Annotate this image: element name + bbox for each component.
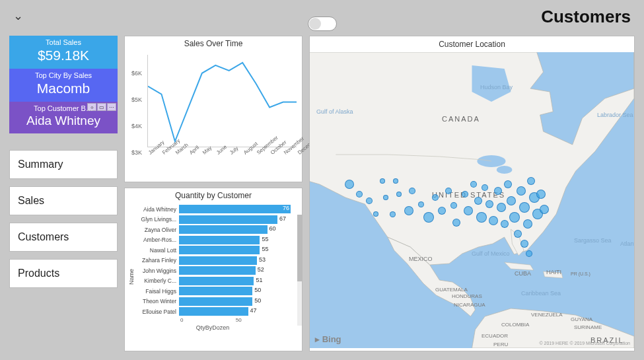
location-bubble[interactable]: [373, 211, 378, 217]
location-bubble[interactable]: [464, 206, 473, 215]
location-bubble[interactable]: [393, 178, 398, 184]
bar-fill: [179, 246, 260, 254]
map-label-mexico: MEXICO: [409, 256, 433, 262]
y-axis-label: Name: [128, 269, 135, 285]
bar-row: John Wiggins52: [129, 266, 297, 276]
bar-name: Zayna Oliver: [129, 227, 176, 233]
xtick: 50: [236, 317, 242, 323]
location-bubble[interactable]: [356, 191, 363, 198]
more-icon[interactable]: ⋯: [107, 103, 116, 111]
location-bubble[interactable]: [504, 180, 512, 188]
location-bubble[interactable]: [383, 195, 388, 200]
scrollbar-thumb[interactable]: [297, 215, 302, 281]
location-bubble[interactable]: [366, 198, 373, 204]
nav-customers[interactable]: Customers: [9, 223, 118, 252]
ytick: $4K: [131, 123, 142, 129]
nav-products[interactable]: Products: [9, 259, 118, 288]
bar-name: John Wiggins: [129, 268, 176, 274]
bar-track: 55: [179, 246, 297, 254]
location-bubble[interactable]: [423, 212, 434, 223]
location-bubble[interactable]: [517, 186, 526, 196]
location-bubble[interactable]: [507, 196, 516, 205]
location-bubble[interactable]: [462, 191, 468, 198]
map-label-venezuela: VENEZUELA: [531, 312, 563, 318]
location-bubble[interactable]: [390, 211, 396, 217]
svg-point-2: [497, 166, 513, 174]
bar-name: Amber-Ros...: [129, 236, 176, 243]
bar-fill: [179, 287, 252, 295]
location-bubble[interactable]: [540, 205, 549, 214]
map-label-nicaragua: NICARAGUA: [454, 302, 485, 308]
location-bubble[interactable]: [527, 177, 535, 185]
location-bubble[interactable]: [409, 188, 415, 194]
location-bubble[interactable]: [526, 250, 532, 257]
location-bubble[interactable]: [514, 230, 522, 238]
bing-logo: ▸ Bing: [315, 334, 341, 344]
card-top-city[interactable]: Top City By Sales Macomb: [9, 69, 118, 102]
chart-title: Quantity by Customer: [125, 188, 302, 201]
map-label-colombia: COLOMBIA: [501, 322, 529, 328]
map-body[interactable]: CANADA UNITED STATES MEXICO BRAZIL Hudso…: [310, 52, 634, 348]
bar-row: Nawal Lott55: [129, 245, 297, 256]
theme-toggle[interactable]: [308, 17, 337, 31]
bar-row: Zahara Finley53: [129, 256, 297, 266]
card-value: Macomb: [9, 81, 118, 96]
location-bubble[interactable]: [445, 188, 452, 194]
location-bubble[interactable]: [450, 202, 457, 209]
location-bubble[interactable]: [485, 200, 493, 208]
map-label-atlantic: Atlant Ocea: [620, 240, 635, 247]
page-title: Customers: [541, 7, 631, 27]
bar-value: 53: [257, 256, 267, 263]
card-label: Total Sales: [9, 38, 118, 46]
location-bubble[interactable]: [474, 197, 482, 205]
map-label-labrador: Labrador Sea: [597, 112, 633, 118]
location-bubble[interactable]: [432, 194, 439, 201]
filter-icon[interactable]: ⟐: [87, 103, 96, 111]
location-bubble[interactable]: [523, 219, 532, 229]
map-panel[interactable]: Customer Location: [309, 36, 635, 351]
xtick: 0: [180, 317, 183, 323]
bar-value: 55: [260, 236, 269, 242]
bar-chart-panel[interactable]: Quantity by Customer Name Aida Whitney76…: [124, 188, 303, 351]
location-bubble[interactable]: [520, 240, 528, 248]
card-top-customer[interactable]: ⟐ ▭ ⋯ Top Customer B… Aida Whitney: [9, 102, 118, 133]
ytick: $3K: [131, 149, 142, 156]
map-label-gulfmex: Gulf of Mexico: [472, 250, 510, 257]
bar-track: 47: [179, 307, 297, 316]
focus-icon[interactable]: ▭: [97, 103, 106, 111]
bar-fill: [179, 277, 254, 285]
scrollbar[interactable]: [297, 215, 302, 326]
location-bubble[interactable]: [536, 190, 546, 199]
location-bubble[interactable]: [501, 220, 509, 228]
bar-fill: [179, 215, 277, 224]
card-value: $59.18K: [9, 48, 118, 63]
location-bubble[interactable]: [494, 187, 502, 195]
location-bubble[interactable]: [396, 192, 402, 197]
location-bubble[interactable]: [345, 180, 354, 189]
location-bubble[interactable]: [509, 212, 520, 223]
location-bubble[interactable]: [470, 181, 477, 188]
map-title: Customer Location: [310, 36, 634, 52]
nav-summary[interactable]: Summary: [9, 150, 118, 179]
map-label-ecuador: ECUADOR: [482, 333, 508, 339]
chevron-down-icon[interactable]: ⌄: [13, 9, 23, 23]
map-attribution: © 2019 HERE © 2019 Microsoft Corporation: [539, 341, 630, 345]
location-bubble[interactable]: [519, 202, 530, 213]
bar-fill: [179, 225, 268, 234]
location-bubble[interactable]: [404, 206, 413, 215]
location-bubble[interactable]: [452, 219, 460, 227]
bar-chart-body: Name Aida Whitney76Glyn Livings...67Zayn…: [125, 201, 302, 345]
location-bubble[interactable]: [380, 178, 385, 184]
card-total-sales[interactable]: Total Sales $59.18K: [9, 36, 118, 69]
bar-name: Faisal Higgs: [129, 288, 176, 295]
location-bubble[interactable]: [418, 201, 424, 207]
line-chart-panel[interactable]: Sales Over Time $3K$4K$5K$6K JanuaryFebr…: [124, 36, 303, 182]
location-bubble[interactable]: [497, 203, 506, 212]
nav-sales[interactable]: Sales: [9, 186, 118, 215]
location-bubble[interactable]: [489, 216, 498, 225]
location-bubble[interactable]: [476, 212, 487, 223]
location-bubble[interactable]: [482, 184, 488, 191]
bar-track: 51: [179, 277, 297, 285]
bar-value: 51: [254, 277, 264, 283]
location-bubble[interactable]: [438, 207, 446, 215]
